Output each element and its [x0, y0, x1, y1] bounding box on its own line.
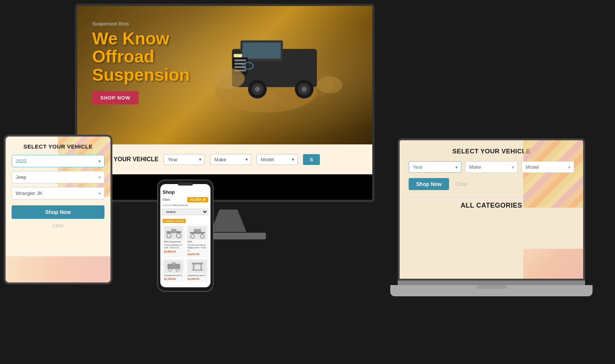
- svg-point-23: [176, 233, 181, 238]
- svg-rect-27: [190, 232, 205, 234]
- monitor-year-select[interactable]: Year: [164, 154, 205, 165]
- laptop-make-wrap: Make ▼: [465, 161, 518, 173]
- monitor-model-select[interactable]: Model: [257, 154, 298, 165]
- tablet-content: SELECT YOUR VEHICLE 2022 ▼ Jeep ▼ Wrangl…: [6, 137, 110, 282]
- monitor-shop-now-button[interactable]: S: [303, 154, 320, 165]
- laptop-selector-title: SELECT YOUR VEHICLE: [409, 148, 574, 155]
- laptop-screen: SELECT YOUR VEHICLE Year ▼ Make ▼ Mo: [398, 138, 585, 281]
- phone-product-count: 1-12 of 1855 products: [163, 204, 208, 207]
- svg-point-20: [317, 76, 342, 93]
- product-name-3: Suspension part 3: [164, 274, 183, 277]
- laptop-base: [390, 285, 593, 296]
- svg-rect-30: [194, 229, 201, 232]
- tablet-make-wrap: Jeep ▼: [12, 171, 104, 183]
- laptop-model-select[interactable]: Model: [521, 161, 574, 173]
- phone-filter-row: Filter FILTER ⚙: [163, 197, 208, 202]
- svg-rect-36: [172, 262, 176, 264]
- phone-content: Shop Filter FILTER ⚙ 1-12 of 1855 produc…: [160, 184, 210, 283]
- tablet-screen: SELECT YOUR VEHICLE 2022 ▼ Jeep ▼ Wrangl…: [4, 135, 112, 284]
- monitor-vehicle-selector: SELECT YOUR VEHICLE Year ▼ Make ▼ Model …: [77, 144, 372, 174]
- tablet-clear-link[interactable]: Clear: [12, 223, 104, 228]
- laptop-content: SELECT YOUR VEHICLE Year ▼ Make ▼ Mo: [400, 140, 583, 279]
- list-item: Suspension part 4 $1,899.00: [186, 259, 208, 282]
- tablet: SELECT YOUR VEHICLE 2022 ▼ Jeep ▼ Wrangl…: [4, 135, 116, 292]
- phone-filter-button[interactable]: FILTER ⚙: [187, 197, 208, 202]
- phone-screen: Shop Filter FILTER ⚙ 1-12 of 1855 produc…: [160, 184, 210, 287]
- product-brand-2: BDS: [188, 241, 207, 243]
- laptop: SELECT YOUR VEHICLE Year ▼ Make ▼ Mo: [398, 138, 596, 348]
- tablet-year-wrap: 2022 ▼: [12, 155, 104, 167]
- svg-rect-40: [192, 263, 203, 264]
- monitor: F Suspension Bros We Know Offroad Suspen…: [75, 4, 382, 247]
- hero-shop-now-button[interactable]: SHOP NOW: [92, 91, 139, 104]
- list-item: BDS Suspension 4 Inch Lift Kit w/ 4-Link…: [163, 225, 185, 257]
- product-image-1: [164, 226, 183, 239]
- hero-brand: Suspension Bros: [92, 21, 190, 27]
- laptop-year-select[interactable]: Year: [409, 161, 461, 173]
- laptop-all-categories: ALL CATEGORIES: [409, 202, 574, 209]
- svg-rect-6: [234, 59, 246, 61]
- laptop-shop-now-button[interactable]: Shop Now: [409, 178, 449, 190]
- tablet-model-wrap: Wrangler JK ▼: [12, 187, 104, 199]
- laptop-make-select[interactable]: Make: [465, 161, 518, 173]
- product-name-1: 4 Inch Lift Kit w/ 4-Link - FOX 2.5...: [164, 244, 183, 249]
- monitor-make-select[interactable]: Make: [210, 154, 251, 165]
- laptop-clear-link[interactable]: Clear: [455, 181, 467, 187]
- hero-banner: F Suspension Bros We Know Offroad Suspen…: [77, 6, 372, 144]
- product-name-2: 2.5 Inch Lift Kit w/ Radius Arm - FOX 2.…: [188, 244, 207, 252]
- monitor-screen: F Suspension Bros We Know Offroad Suspen…: [75, 4, 375, 202]
- product-name-4: Suspension part 4: [188, 274, 207, 277]
- svg-rect-10: [234, 54, 242, 57]
- phone-products-grid: BDS Suspension 4 Inch Lift Kit w/ 4-Link…: [163, 225, 208, 282]
- list-item: Suspension part 3 $2,199.00: [163, 259, 185, 282]
- laptop-deco-bottom: [523, 249, 583, 279]
- tablet-shop-now-button[interactable]: Shop Now: [12, 205, 104, 219]
- laptop-selects-row: Year ▼ Make ▼ Model ▼: [409, 161, 574, 173]
- svg-point-28: [191, 235, 194, 238]
- product-image-2: [188, 226, 207, 239]
- svg-rect-26: [171, 229, 176, 233]
- phone-filter-label: Filter: [163, 198, 170, 202]
- tablet-deco-bottom: [6, 256, 110, 282]
- hero-truck: F: [215, 13, 342, 118]
- hero-text: Suspension Bros We Know Offroad Suspensi…: [92, 21, 190, 104]
- phone-sort-select[interactable]: Default: [163, 209, 208, 215]
- product-price-4: $1,899.00: [188, 278, 207, 280]
- tablet-model-select[interactable]: Wrangler JK: [12, 187, 104, 199]
- filter-icon: ⚙: [203, 198, 206, 202]
- phone-frame: Shop Filter FILTER ⚙ 1-12 of 1855 produc…: [157, 180, 213, 292]
- svg-point-16: [302, 87, 307, 92]
- product-price-1: $6,585.35: [164, 250, 183, 253]
- svg-text:F: F: [245, 65, 247, 68]
- tablet-selector-title: SELECT YOUR VEHICLE: [12, 143, 104, 150]
- product-price-3: $2,199.00: [164, 278, 183, 280]
- monitor-year-wrap: Year ▼: [164, 154, 205, 165]
- tablet-year-select[interactable]: 2022: [12, 155, 104, 167]
- hero-title: We Know Offroad Suspension: [92, 30, 190, 84]
- laptop-notch: [476, 285, 506, 289]
- laptop-actions-row: Shop Now Clear: [409, 178, 574, 190]
- phone-header: Shop: [163, 189, 208, 195]
- monitor-model-wrap: Model ▼: [257, 154, 298, 165]
- list-item: BDS 2.5 Inch Lift Kit w/ Radius Arm - FO…: [186, 225, 208, 257]
- monitor-make-wrap: Make ▼: [210, 154, 251, 165]
- svg-rect-4: [243, 43, 281, 59]
- product-price-2: $4,619.55: [188, 253, 207, 256]
- laptop-hinge: [398, 281, 585, 285]
- phone: Shop Filter FILTER ⚙ 1-12 of 1855 produc…: [157, 180, 215, 296]
- svg-point-22: [167, 233, 171, 238]
- svg-point-29: [200, 235, 204, 238]
- svg-point-13: [255, 87, 260, 92]
- laptop-divider: [409, 197, 574, 197]
- laptop-model-wrap: Model ▼: [521, 161, 574, 173]
- product-brand-1: BDS Suspension: [164, 241, 183, 243]
- phone-category-tag: Category: lift-kits: [163, 219, 186, 223]
- product-image-4: [188, 260, 207, 273]
- tablet-make-select[interactable]: Jeep: [12, 171, 104, 183]
- phone-notch: [178, 183, 193, 186]
- laptop-year-wrap: Year ▼: [409, 161, 461, 173]
- product-image-3: [164, 260, 183, 273]
